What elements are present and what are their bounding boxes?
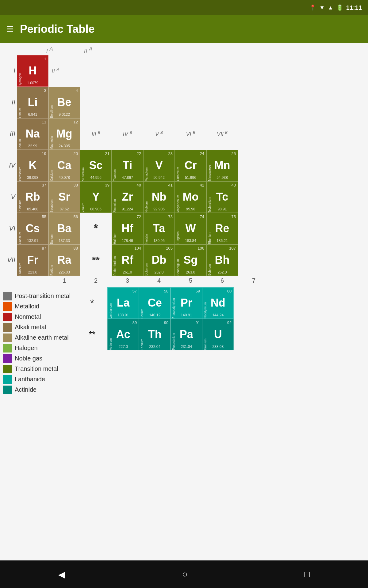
element-U[interactable]: Uranium 92 U 238.03 [202, 319, 234, 350]
table-columns: Hydrogen 1 H 1.0079 II A Lithium 3 Li 6.… [17, 55, 238, 276]
legend-alkaline: Alkaline earth metal [3, 334, 71, 342]
element-Ti[interactable]: Titanium 22 Ti 47.867 [112, 150, 143, 181]
period-2: Lithium 3 Li 6.941 Beryllium 4 Be 9.0122 [17, 87, 238, 118]
recent-button[interactable]: □ [304, 569, 310, 579]
element-Pr[interactable]: Praseodymium 59 Pr 140.91 [171, 287, 202, 319]
element-Li[interactable]: Lithium 3 Li 6.941 [17, 87, 48, 118]
periodic-table: I II III IV V VI VII Hydrogen 1 H 1.0079 [3, 55, 365, 276]
element-Y[interactable]: Yttrium 39 Y 88.906 [80, 181, 112, 213]
element-Nd[interactable]: Neodymium 60 Nd 144.24 [202, 287, 234, 319]
element-Be[interactable]: Beryllium 4 Be 9.0122 [48, 87, 80, 118]
element-Bh[interactable]: Bohrium 107 Bh 262.0 [206, 244, 238, 276]
row-label-V: V [3, 181, 17, 213]
legend-swatch-post-transition [3, 292, 12, 300]
main-content: I A II A I II III IV V VI VII Hydrogen 1… [0, 43, 368, 560]
row-label-II: II [3, 87, 17, 118]
legend-label-nonmetal: Nonmetal [15, 313, 41, 320]
battery-icon: 🔋 [336, 4, 343, 11]
element-Ra[interactable]: Radium 88 Ra 226.03 [48, 244, 80, 276]
element-V[interactable]: Vanadium 23 V 50.942 [143, 150, 175, 181]
group-label-IIA: II A [72, 46, 104, 55]
legend-swatch-transition [3, 365, 12, 373]
signal-icon: ▲ [328, 5, 333, 11]
element-Rf[interactable]: Rutherfordium 104 Rf 261.0 [112, 244, 143, 276]
app-bar: ☰ Periodic Table [0, 15, 368, 43]
element-Mn[interactable]: Manganese 25 Mn 54.938 [206, 150, 238, 181]
status-bar: 📍 ▼ ▲ 🔋 11:11 [0, 0, 368, 15]
legend-metalloid: Metalloid [3, 302, 71, 311]
legend-label-alkaline: Alkaline earth metal [15, 334, 69, 341]
element-Cs[interactable]: Caesium 55 Cs 132.91 [17, 213, 48, 244]
element-Rb[interactable]: Rubidium 37 Rb 85.468 [17, 181, 48, 213]
element-Zr[interactable]: Zirconium 40 Zr 91.224 [112, 181, 143, 213]
legend-swatch-actinide [3, 386, 12, 394]
element-Na[interactable]: Sodium 11 Na 22.99 [17, 118, 48, 150]
legend-list: Post-transition metal Metalloid Nonmetal… [3, 292, 71, 394]
col-num-2: 2 [80, 277, 112, 284]
row-label-I: I [3, 55, 17, 87]
column-numbers: 1 2 3 4 5 6 7 [48, 277, 365, 284]
element-Sc[interactable]: Scandium 21 Sc 44.956 [80, 150, 112, 181]
menu-icon[interactable]: ☰ [6, 24, 14, 34]
element-Sr[interactable]: Strontium 38 Sr 87.62 [48, 181, 80, 213]
element-Pa[interactable]: Protactinium 91 Pa 231.04 [171, 319, 202, 350]
element-Ca[interactable]: Calcium 20 Ca 40.078 [48, 150, 80, 181]
element-Mg[interactable]: Magnesium 12 Mg 24.305 [48, 118, 80, 150]
row-label-VII: VII [3, 244, 17, 276]
wifi-icon: ▼ [319, 5, 325, 11]
element-Nb[interactable]: Niobium 41 Nb 92.906 [143, 181, 175, 213]
element-W[interactable]: Tungsten 74 W 183.84 [175, 213, 206, 244]
header-IVB: IV B [112, 118, 143, 150]
legend-actinide: Actinide [3, 386, 71, 394]
legend-label-transition: Transition metal [15, 365, 58, 372]
element-Ce[interactable]: Cerium 58 Ce 140.12 [139, 287, 171, 319]
lower-section: Post-transition metal Metalloid Nonmetal… [3, 287, 365, 394]
col-num-1: 1 [48, 277, 80, 284]
legend-nonmetal: Nonmetal [3, 313, 71, 321]
col-num-6: 6 [206, 277, 238, 284]
legend: Post-transition metal Metalloid Nonmetal… [3, 292, 71, 394]
legend-swatch-nonmetal [3, 313, 12, 321]
element-Ac[interactable]: Actinium 89 Ac 227.0 [107, 319, 139, 350]
period-1: Hydrogen 1 H 1.0079 II A [17, 55, 238, 87]
element-H[interactable]: Hydrogen 1 H 1.0079 [17, 55, 48, 87]
header-VIB: VI B [175, 118, 206, 150]
legend-alkali: Alkali metal [3, 323, 71, 332]
period-7: Francium 87 Fr 223.0 Radium 88 Ra 226.03… [17, 244, 238, 276]
legend-label-alkali: Alkali metal [15, 324, 46, 331]
element-Re[interactable]: Rhenium 75 Re 186.21 [206, 213, 238, 244]
lanthanide-row: Lanthanum 57 La 138.91 Cerium 58 Ce 140.… [107, 287, 234, 319]
element-Cr[interactable]: Chromium 24 Cr 51.996 [175, 150, 206, 181]
row-labels: I II III IV V VI VII [3, 55, 17, 276]
period-4: Potassium 19 K 39.098 Calcium 20 Ca 40.0… [17, 150, 238, 181]
element-Hf[interactable]: Hafnium 72 Hf 178.49 [112, 213, 143, 244]
legend-swatch-noble [3, 354, 12, 363]
element-Ba[interactable]: Barium 56 Ba 137.33 [48, 213, 80, 244]
legend-label-noble: Noble gas [15, 355, 42, 362]
legend-swatch-halogen [3, 344, 12, 352]
col-num-4: 4 [143, 277, 175, 284]
element-Mo[interactable]: Molybdenum 42 Mo 95.96 [175, 181, 206, 213]
actinide-row: Actinium 89 Ac 227.0 Thorium 90 Th 232.0… [107, 319, 234, 350]
app-title: Periodic Table [20, 23, 94, 36]
nav-bar: ◀ ○ □ [0, 560, 368, 588]
legend-lanthanide: Lanthanide [3, 375, 71, 384]
row-label-IV: IV [3, 150, 17, 181]
legend-swatch-lanthanide [3, 375, 12, 384]
element-Sg[interactable]: Seaborgium 106 Sg 263.0 [175, 244, 206, 276]
element-Fr[interactable]: Francium 87 Fr 223.0 [17, 244, 48, 276]
element-Ta[interactable]: Tantalum 73 Ta 180.95 [143, 213, 175, 244]
element-Tc[interactable]: Technetium 43 Tc 98.91 [206, 181, 238, 213]
legend-swatch-metalloid [3, 302, 12, 311]
element-La[interactable]: Lanthanum 57 La 138.91 [107, 287, 139, 319]
back-button[interactable]: ◀ [58, 569, 65, 580]
home-button[interactable]: ○ [182, 569, 187, 579]
legend-label-halogen: Halogen [15, 345, 38, 352]
element-Db[interactable]: Dubnium 105 Db 262.0 [143, 244, 175, 276]
element-Th[interactable]: Thorium 90 Th 232.04 [139, 319, 171, 350]
legend-post-transition: Post-transition metal [3, 292, 71, 300]
element-K[interactable]: Potassium 19 K 39.098 [17, 150, 48, 181]
location-icon: 📍 [309, 4, 316, 11]
legend-label-lanthanide: Lanthanide [15, 376, 45, 383]
legend-label-actinide: Actinide [15, 386, 36, 393]
